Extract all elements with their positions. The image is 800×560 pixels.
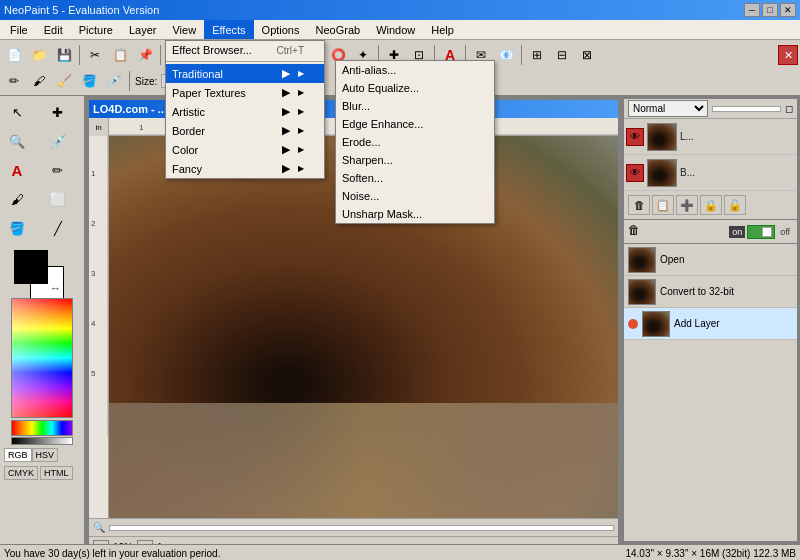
tab-hsv[interactable]: HSV bbox=[32, 448, 59, 462]
zoom-in-btn[interactable]: ► bbox=[137, 540, 153, 545]
toggle-on[interactable]: on bbox=[729, 226, 745, 238]
tb-extra1[interactable]: ⊞ bbox=[525, 44, 549, 66]
tab-rgb[interactable]: RGB bbox=[4, 448, 32, 462]
tb-new[interactable]: 📄 bbox=[2, 44, 26, 66]
close-button[interactable]: ✕ bbox=[780, 3, 796, 17]
layer-add-btn[interactable]: ➕ bbox=[676, 195, 698, 215]
tb-sep-2 bbox=[160, 45, 161, 65]
scroll-bar-h[interactable] bbox=[109, 525, 614, 531]
layer-eye-1[interactable]: 👁 bbox=[626, 128, 644, 146]
tb-mail[interactable]: 📧 bbox=[494, 44, 518, 66]
layer-eye-2[interactable]: 👁 bbox=[626, 164, 644, 182]
tb-save[interactable]: 💾 bbox=[52, 44, 76, 66]
trad-auto-equalize[interactable]: Auto Equalize... bbox=[336, 79, 494, 97]
effects-border[interactable]: Border ▶ bbox=[166, 121, 324, 140]
tab-html[interactable]: HTML bbox=[40, 466, 73, 480]
toggle-off[interactable]: off bbox=[777, 226, 793, 238]
tool-brush2[interactable]: 🖌 bbox=[2, 185, 32, 213]
effects-paper-textures[interactable]: Paper Textures ▶ bbox=[166, 83, 324, 102]
zoom-out-btn[interactable]: ◄ bbox=[93, 540, 109, 545]
tb-pencil[interactable]: ✏ bbox=[2, 70, 26, 92]
tb-paste[interactable]: 📌 bbox=[133, 44, 157, 66]
tb-copy[interactable]: 📋 bbox=[108, 44, 132, 66]
trad-anti-alias[interactable]: Anti-alias... bbox=[336, 61, 494, 79]
trad-noise[interactable]: Noise... bbox=[336, 187, 494, 205]
effects-artistic[interactable]: Artistic ▶ bbox=[166, 102, 324, 121]
fg-color-swatch[interactable] bbox=[14, 250, 48, 284]
tool-grid: ↖ ✚ 🔍 💉 A ✏ 🖌 ⬜ 🪣 ╱ bbox=[2, 98, 82, 242]
toggle-switch[interactable] bbox=[747, 225, 775, 239]
tb-close-x[interactable]: ✕ bbox=[778, 45, 798, 65]
menu-window[interactable]: Window bbox=[368, 20, 423, 39]
title-bar-buttons: ─ □ ✕ bbox=[744, 3, 796, 17]
tool-eyedropper[interactable]: 💉 bbox=[43, 127, 73, 155]
opacity-icon: ◻ bbox=[785, 103, 793, 114]
menu-file[interactable]: File bbox=[2, 20, 36, 39]
minimize-button[interactable]: ─ bbox=[744, 3, 760, 17]
layer-lock-btn[interactable]: 🔒 bbox=[700, 195, 722, 215]
ruler-unit: in bbox=[89, 118, 109, 136]
svg-text:2: 2 bbox=[91, 219, 96, 228]
trad-erode[interactable]: Erode... bbox=[336, 133, 494, 151]
menu-neograb[interactable]: NeoGrab bbox=[308, 20, 369, 39]
tool-eraser2[interactable]: ⬜ bbox=[43, 185, 73, 213]
tb-sep-1 bbox=[79, 45, 80, 65]
tb-eraser[interactable]: 🧹 bbox=[52, 70, 76, 92]
layers-header: Normal Multiply Screen ◻ bbox=[624, 99, 797, 119]
trad-edge-enhance[interactable]: Edge Enhance... bbox=[336, 115, 494, 133]
history-label-3: Add Layer bbox=[674, 318, 720, 329]
tb-extra2[interactable]: ⊟ bbox=[550, 44, 574, 66]
menu-options[interactable]: Options bbox=[254, 20, 308, 39]
trad-sharpen[interactable]: Sharpen... bbox=[336, 151, 494, 169]
tool-move[interactable]: ✚ bbox=[43, 98, 73, 126]
tool-zoom[interactable]: 🔍 bbox=[2, 127, 32, 155]
layer-item-b[interactable]: 👁 B... bbox=[624, 155, 797, 191]
layer-copy-btn[interactable]: 📋 bbox=[652, 195, 674, 215]
maximize-button[interactable]: □ bbox=[762, 3, 778, 17]
menu-picture[interactable]: Picture bbox=[71, 20, 121, 39]
zoom-1x: 1x bbox=[157, 542, 168, 544]
layer-unlock-btn[interactable]: 🔓 bbox=[724, 195, 746, 215]
tool-arrow[interactable]: ↖ bbox=[2, 98, 32, 126]
menu-layer[interactable]: Layer bbox=[121, 20, 165, 39]
tab-cmyk[interactable]: CMYK bbox=[4, 466, 38, 480]
effects-fancy[interactable]: Fancy ▶ bbox=[166, 159, 324, 178]
tb-sep-t1 bbox=[129, 71, 130, 91]
zoom-icon: 🔍 bbox=[93, 522, 105, 533]
history-addlayer[interactable]: Add Layer bbox=[624, 308, 797, 340]
zoom-pct: 10% bbox=[113, 542, 133, 544]
tb-eyedrop[interactable]: 💉 bbox=[102, 70, 126, 92]
tool-fill2[interactable]: 🪣 bbox=[2, 214, 32, 242]
history-convert[interactable]: Convert to 32-bit bbox=[624, 276, 797, 308]
menu-help[interactable]: Help bbox=[423, 20, 462, 39]
app-title: NeoPaint 5 - Evaluation Version bbox=[4, 4, 159, 16]
trad-blur[interactable]: Blur... bbox=[336, 97, 494, 115]
trad-unsharp-mask[interactable]: Unsharp Mask... bbox=[336, 205, 494, 223]
blend-mode-select[interactable]: Normal Multiply Screen bbox=[628, 100, 708, 117]
history-trash[interactable]: 🗑 bbox=[628, 223, 646, 241]
layer-name-2: B... bbox=[680, 167, 695, 178]
layer-item-l[interactable]: 👁 L... bbox=[624, 119, 797, 155]
layer-delete-btn[interactable]: 🗑 bbox=[628, 195, 650, 215]
effects-color[interactable]: Color ▶ bbox=[166, 140, 324, 159]
tool-line[interactable]: ╱ bbox=[43, 214, 73, 242]
tb-fill[interactable]: 🪣 bbox=[77, 70, 101, 92]
menu-edit[interactable]: Edit bbox=[36, 20, 71, 39]
color-palette-strip[interactable] bbox=[11, 298, 73, 418]
hue-bar[interactable] bbox=[11, 420, 73, 436]
tb-brush-tool[interactable]: 🖌 bbox=[27, 70, 51, 92]
lightness-bar[interactable] bbox=[11, 437, 73, 445]
menu-view[interactable]: View bbox=[164, 20, 204, 39]
swap-colors[interactable]: ↔ bbox=[50, 282, 61, 294]
tb-extra3[interactable]: ⊠ bbox=[575, 44, 599, 66]
tool-pencil2[interactable]: ✏ bbox=[43, 156, 73, 184]
tb-open[interactable]: 📁 bbox=[27, 44, 51, 66]
trad-soften[interactable]: Soften... bbox=[336, 169, 494, 187]
tb-cut[interactable]: ✂ bbox=[83, 44, 107, 66]
history-open[interactable]: Open bbox=[624, 244, 797, 276]
tool-text[interactable]: A bbox=[2, 156, 32, 184]
opacity-slider[interactable] bbox=[712, 106, 781, 112]
effects-browser[interactable]: Effect Browser... Ctrl+T bbox=[166, 41, 324, 59]
menu-effects[interactable]: Effects bbox=[204, 20, 253, 39]
effects-traditional[interactable]: Traditional ▶ bbox=[166, 64, 324, 83]
